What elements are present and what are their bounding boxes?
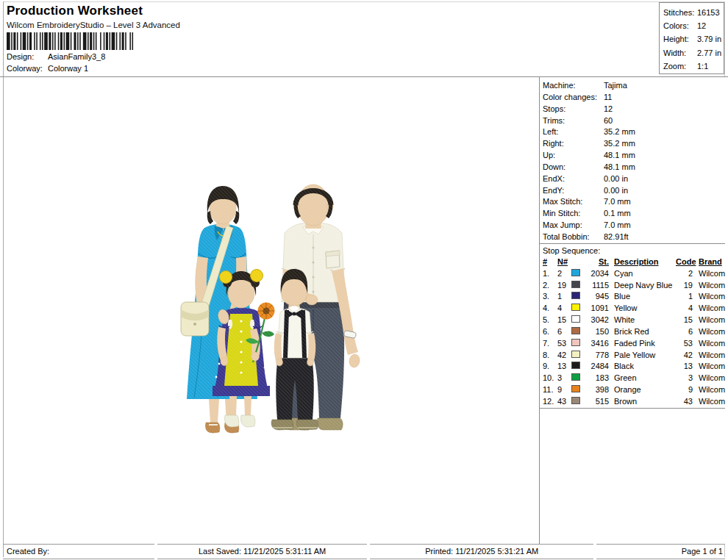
stop-code: 4 bbox=[676, 303, 694, 315]
swatch-cell bbox=[571, 315, 583, 326]
stats-label: Width: bbox=[663, 46, 697, 60]
color-swatch bbox=[571, 281, 580, 288]
stop-sequence-row: 2.191115Deep Navy Blue19Wilcom bbox=[543, 280, 725, 292]
col-header-description: Description bbox=[610, 256, 676, 268]
stats-value: 12 bbox=[697, 19, 724, 32]
stop-sequence-row: 5.153042White15Wilcom bbox=[543, 315, 725, 326]
stop-stitch-count: 1091 bbox=[583, 303, 610, 315]
machine-info-label: Stops: bbox=[543, 104, 604, 115]
color-swatch bbox=[571, 362, 580, 369]
machine-info-row: EndY:0.00 in bbox=[543, 185, 725, 197]
stop-brand: Wilcom bbox=[694, 384, 725, 396]
stop-needle: 13 bbox=[557, 361, 571, 373]
machine-info-value: 11 bbox=[604, 92, 612, 104]
stop-sequence-row: 4.41091Yellow4Wilcom bbox=[543, 303, 725, 315]
machine-info-row: Max Jump:7.0 mm bbox=[543, 220, 725, 231]
table-header-row: #N#St.DescriptionCodeBrand bbox=[543, 256, 725, 268]
stop-num: 7. bbox=[543, 338, 557, 350]
color-swatch bbox=[571, 351, 580, 358]
machine-info-label: Down: bbox=[543, 162, 604, 173]
stop-sequence-title: Stop Sequence: bbox=[540, 244, 725, 256]
stop-needle: 42 bbox=[557, 350, 571, 362]
stop-description: Faded Pink bbox=[610, 338, 676, 350]
machine-info-value: 35.2 mm bbox=[604, 126, 635, 138]
stop-needle: 53 bbox=[557, 338, 571, 350]
stop-stitch-count: 3042 bbox=[583, 315, 610, 326]
col-header-num: # bbox=[543, 256, 557, 268]
stop-num: 6. bbox=[543, 326, 557, 338]
stop-needle: 15 bbox=[557, 315, 571, 326]
stop-needle: 19 bbox=[557, 280, 571, 292]
stop-description: Blue bbox=[610, 291, 676, 303]
swatch-cell bbox=[571, 268, 583, 280]
stop-needle: 9 bbox=[557, 384, 571, 396]
stop-description: Black bbox=[610, 361, 676, 373]
stop-sequence-row: 11.9398Orange9Wilcom bbox=[543, 384, 725, 396]
machine-info-label: Right: bbox=[543, 138, 604, 150]
stop-brand: Wilcom bbox=[694, 373, 725, 384]
header: Production Worksheet Wilcom EmbroiderySt… bbox=[4, 0, 724, 76]
stop-description: Deep Navy Blue bbox=[610, 280, 676, 292]
stats-label: Height: bbox=[663, 32, 697, 46]
footer: Created By: Last Saved: 11/21/2025 5:31:… bbox=[3, 544, 725, 559]
stop-brand: Wilcom bbox=[694, 315, 725, 326]
machine-info-label: Total Bobbin: bbox=[543, 231, 604, 243]
swatch-cell bbox=[571, 280, 583, 292]
stop-brand: Wilcom bbox=[694, 268, 725, 280]
machine-info-label: Up: bbox=[543, 150, 604, 162]
col-header-needle: N# bbox=[557, 256, 571, 268]
stop-sequence-row: 1.22034Cyan2Wilcom bbox=[543, 268, 725, 280]
stop-num: 8. bbox=[543, 350, 557, 362]
footer-printed: Printed: 11/21/2025 5:31:21 AM bbox=[370, 544, 593, 559]
machine-info-value: 48.1 mm bbox=[604, 162, 635, 173]
color-swatch bbox=[571, 397, 580, 404]
stop-num: 1. bbox=[543, 268, 557, 280]
machine-info-row: EndX:0.00 in bbox=[543, 173, 725, 185]
col-header-brand: Brand bbox=[694, 256, 725, 268]
stop-needle: 4 bbox=[557, 303, 571, 315]
stop-stitch-count: 3416 bbox=[583, 338, 610, 350]
stop-code: 15 bbox=[676, 315, 694, 326]
machine-info-value: 7.0 mm bbox=[604, 220, 631, 231]
machine-info-label: Max Stitch: bbox=[543, 196, 604, 208]
color-swatch bbox=[571, 269, 580, 276]
stop-stitch-count: 183 bbox=[583, 373, 610, 384]
stats-label: Colors: bbox=[663, 19, 697, 32]
barcode bbox=[7, 32, 148, 50]
stop-brand: Wilcom bbox=[694, 396, 725, 408]
stats-label: Zoom: bbox=[663, 60, 697, 73]
stats-value: 3.79 in bbox=[697, 32, 724, 46]
stop-num: 9. bbox=[543, 361, 557, 373]
swatch-cell bbox=[571, 303, 583, 315]
swatch-cell bbox=[571, 396, 583, 408]
machine-info-value: 82.91ft bbox=[604, 231, 629, 243]
colorway-row: Colorway:Colorway 1 bbox=[7, 64, 88, 73]
stitch-texture bbox=[176, 180, 366, 439]
stats-box: Stitches:16153Colors:12Height:3.79 inWid… bbox=[659, 2, 724, 74]
machine-info-row: Total Bobbin:82.91ft bbox=[543, 231, 725, 243]
stop-brand: Wilcom bbox=[694, 326, 725, 338]
machine-info-label: EndX: bbox=[543, 173, 604, 185]
machine-info-label: Color changes: bbox=[543, 92, 604, 104]
design-preview bbox=[176, 180, 366, 439]
stop-stitch-count: 1115 bbox=[583, 280, 610, 292]
stop-description: Brown bbox=[610, 396, 676, 408]
design-row: Design:AsianFamily3_8 bbox=[7, 52, 105, 61]
stop-needle: 2 bbox=[557, 268, 571, 280]
stats-row: Width:2.77 in bbox=[663, 46, 724, 60]
machine-info-value: 0.00 in bbox=[604, 185, 628, 197]
stop-stitch-count: 945 bbox=[583, 291, 610, 303]
stop-stitch-count: 150 bbox=[583, 326, 610, 338]
stop-sequence-table: #N#St.DescriptionCodeBrand1.22034Cyan2Wi… bbox=[540, 256, 725, 408]
machine-info-value: 60 bbox=[604, 115, 613, 127]
stop-brand: Wilcom bbox=[694, 280, 725, 292]
stop-sequence-row: 8.42778Pale Yellow42Wilcom bbox=[543, 350, 725, 362]
page-title: Production Worksheet bbox=[7, 4, 143, 18]
stop-description: Cyan bbox=[610, 268, 676, 280]
stop-stitch-count: 778 bbox=[583, 350, 610, 362]
stop-description: Orange bbox=[610, 384, 676, 396]
color-swatch bbox=[571, 327, 580, 334]
stop-code: 6 bbox=[676, 326, 694, 338]
swatch-cell bbox=[571, 361, 583, 373]
colorway-value: Colorway 1 bbox=[48, 64, 88, 73]
